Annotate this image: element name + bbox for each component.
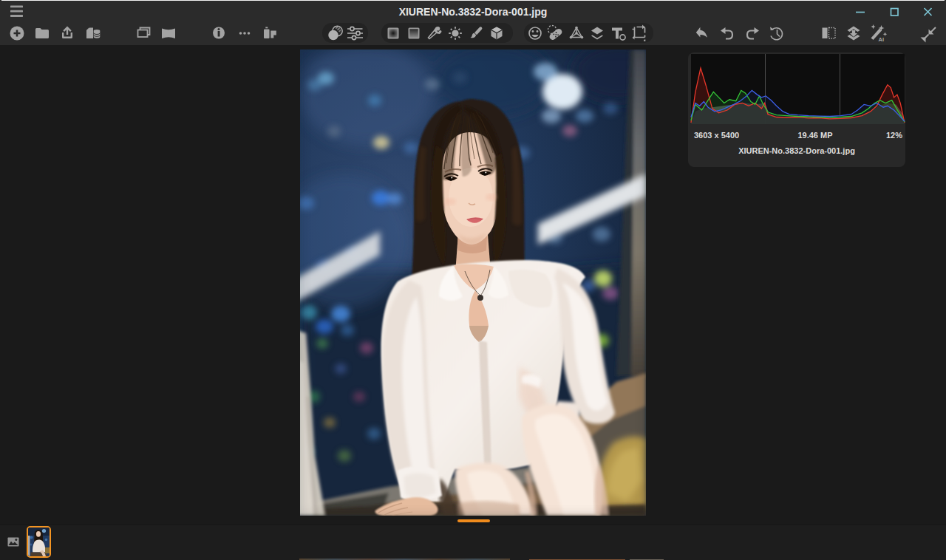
svg-text:AI: AI — [879, 36, 885, 43]
